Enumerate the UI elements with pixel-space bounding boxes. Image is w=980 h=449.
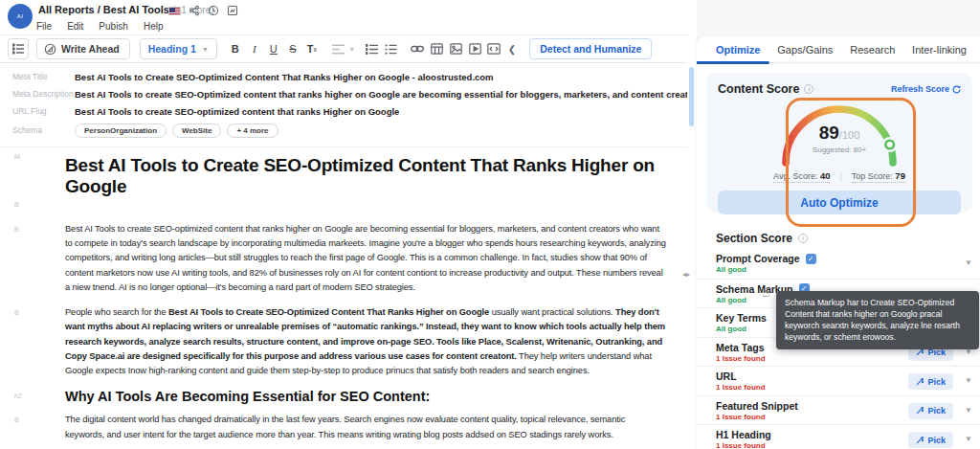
avg-score: Avg. Score: 40	[773, 170, 830, 183]
refresh-score-button[interactable]: Refresh Score	[891, 84, 961, 94]
tab-inter-linking[interactable]: Inter-linking	[912, 44, 967, 56]
chevron-down-icon[interactable]: ▼	[965, 435, 972, 443]
video-button[interactable]	[467, 40, 483, 57]
meta-description-value[interactable]: Best AI Tools to create SEO-Optimized co…	[75, 89, 687, 100]
wand-icon	[916, 437, 924, 444]
chevron-down-icon[interactable]: ▼	[965, 258, 972, 267]
collapse-toolbar-icon[interactable]: ❮	[508, 44, 516, 55]
doc-block-blank[interactable]: B	[0, 197, 687, 222]
doc-block-p1[interactable]: B Best AI Tools to create SEO-optimized …	[0, 222, 687, 295]
schema-chip[interactable]: PersonOrganization	[75, 123, 167, 138]
chevron-down-icon: ▼	[202, 46, 209, 53]
doc-paragraph-3[interactable]: The digital content world has changed dr…	[65, 413, 687, 441]
document-title: All Reports / Best AI Tools	[38, 4, 169, 15]
info-icon[interactable]: i	[804, 84, 813, 94]
bold-button[interactable]: B	[227, 39, 244, 58]
wand-icon	[916, 407, 924, 415]
frame-icon[interactable]	[227, 5, 238, 16]
outline-button[interactable]	[8, 38, 29, 59]
menu-publish[interactable]: Pubish	[99, 21, 128, 32]
pick-label: Pick	[927, 436, 946, 445]
menu-file[interactable]: File	[36, 21, 52, 32]
doc-h2[interactable]: Why AI Tools Are Becoming Essential for …	[65, 389, 687, 404]
content-score-gauge: 89/100 Suggested: 80+	[768, 98, 911, 167]
auto-optimize-button[interactable]: Auto Optimize	[718, 191, 961, 214]
block-marker: B	[0, 305, 65, 378]
section-row-h1-heading[interactable]: H1 Heading 1 Issue found Pick ▼	[697, 424, 980, 449]
chevron-down-icon[interactable]: ▼	[965, 376, 972, 385]
block-marker: B	[0, 197, 65, 222]
bullet-list-button[interactable]	[364, 39, 381, 58]
score-suggested: Suggested: 80+	[768, 146, 911, 154]
editor-toolbar: Write Ahead Heading 1 ▼ B I U S Tx ▾	[0, 34, 697, 63]
url-slug-value[interactable]: Best AI Tools to create SEO-optimized co…	[75, 106, 399, 117]
underline-button[interactable]: U	[265, 39, 282, 58]
resize-handle-icon[interactable]: ◂▸	[682, 270, 690, 279]
top-score: Top Score: 79	[852, 170, 905, 183]
heading-select[interactable]: Heading 1 ▼	[140, 38, 217, 59]
editor-scrollbar-thumb[interactable]	[689, 67, 694, 126]
tab-optimize[interactable]: Optimize	[716, 44, 760, 56]
clear-format-button[interactable]: Tx	[303, 39, 321, 58]
tab-research[interactable]: Research	[850, 44, 895, 56]
doc-block-p3[interactable]: B The digital content world has changed …	[0, 413, 687, 441]
us-flag-icon[interactable]	[168, 7, 181, 15]
refresh-icon	[952, 85, 961, 94]
history-icon[interactable]	[208, 5, 219, 16]
doc-block-h2[interactable]: h2 Why AI Tools Are Becoming Essential f…	[0, 389, 687, 404]
italic-button[interactable]: I	[246, 39, 263, 58]
doc-h1[interactable]: Best AI Tools to Create SEO-Optimized Co…	[65, 149, 687, 197]
align-button[interactable]	[330, 39, 347, 58]
doc-block-p2[interactable]: B People who search for the Best AI Tool…	[0, 305, 687, 378]
meta-fields: Meta Title Best AI Tools to Create SEO-O…	[0, 63, 687, 147]
score-value: 89	[819, 123, 839, 143]
section-row-url[interactable]: URL 1 Issue found Pick ▼	[697, 366, 980, 395]
pick-label: Pick	[927, 406, 946, 415]
link-button[interactable]	[410, 40, 426, 57]
image-icon	[450, 43, 462, 55]
url-slug-row[interactable]: URL Flug Best AI Tools to create SEO-opt…	[0, 102, 687, 120]
meta-title-row[interactable]: Meta Title Best AI Tools to Create SEO-O…	[0, 68, 687, 85]
schema-chip-more[interactable]: + 4 more	[227, 123, 278, 138]
app-logo[interactable]: AI	[8, 4, 33, 29]
doc-block-h1[interactable]: M Best AI Tools to Create SEO-Optimized …	[0, 149, 687, 197]
panel-divider[interactable]: ◂▸	[687, 34, 697, 449]
menu-help[interactable]: Help	[144, 21, 164, 32]
write-ahead-button[interactable]: Write Ahead	[36, 38, 130, 59]
embed-button[interactable]	[486, 40, 502, 57]
refresh-score-label: Refresh Score	[891, 84, 949, 94]
p2-seg: usually want practical solutions.	[489, 307, 615, 317]
pick-button[interactable]: Pick	[908, 403, 953, 419]
strikethrough-button[interactable]: S	[284, 39, 301, 58]
content-score-card: Content Score i Refresh Score 8	[706, 73, 972, 213]
detect-and-humanize-label: Detect and Humanize	[540, 43, 641, 55]
table-button[interactable]	[429, 40, 445, 57]
document-editor[interactable]: Meta Title Best AI Tools to Create SEO-O…	[0, 63, 687, 449]
chevron-down-icon[interactable]: ▼	[965, 406, 972, 415]
section-row-featured-snippet[interactable]: Featured Snippet 1 Issue found Pick ▼	[697, 395, 980, 425]
pick-button[interactable]: Pick	[908, 432, 953, 448]
image-button[interactable]	[448, 40, 464, 57]
detect-and-humanize-button[interactable]: Detect and Humanize	[529, 38, 652, 59]
schema-chip[interactable]: WebSite	[172, 123, 221, 138]
video-icon	[469, 43, 481, 55]
block-marker: B	[0, 222, 65, 295]
menu-edit[interactable]: Edit	[67, 21, 83, 32]
section-row-prompt-coverage[interactable]: Prompt Coverage✓ All good ▼	[697, 249, 980, 279]
pick-button[interactable]: Pick	[908, 373, 953, 390]
tab-gaps-gains[interactable]: Gaps/Gains	[777, 44, 833, 56]
meta-description-row[interactable]: Meta Description Best AI Tools to create…	[0, 85, 687, 102]
bullet-list-icon	[366, 44, 378, 55]
outline-icon	[12, 43, 25, 55]
doc-paragraph-2[interactable]: People who search for the Best AI Tools …	[65, 305, 687, 378]
share-icon[interactable]	[189, 5, 200, 16]
doc-paragraph-1[interactable]: Best AI Tools to create SEO-optimized co…	[65, 222, 687, 295]
row-title: H1 Heading	[716, 429, 771, 440]
numbered-list-button[interactable]	[383, 39, 400, 58]
meta-title-value[interactable]: Best AI Tools to Create SEO-Optimized Co…	[75, 72, 494, 82]
numbered-list-icon	[385, 44, 397, 55]
clear-format-label: T	[307, 43, 314, 55]
row-title: URL	[716, 370, 737, 382]
info-icon[interactable]: i	[798, 234, 808, 243]
check-icon[interactable]: ✓	[806, 254, 816, 264]
